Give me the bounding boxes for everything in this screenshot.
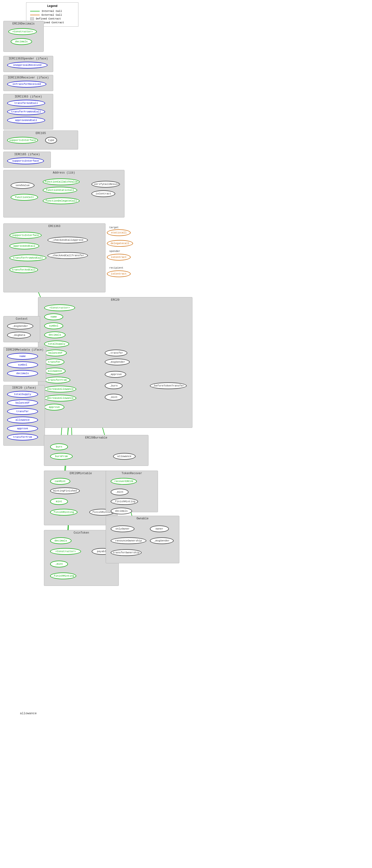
node-approveandcall-erc1363: approveAndCall — [9, 243, 39, 249]
node-transfer-erc20: transfer — [44, 359, 64, 365]
box-ierc1363: IERC1363 (iface) transferAndCall transfe… — [3, 94, 53, 129]
legend-title: Legend — [28, 4, 76, 8]
box-erc165-title: ERC165 — [4, 131, 78, 136]
box-erc20decimals: ERC20Decimals <Constructor> decimals — [3, 21, 44, 52]
node-decimals-erc20decimals: decimals — [11, 38, 32, 45]
node-finishminting-tokenrecover: _finishMinting — [111, 498, 138, 505]
box-erc20burnable: ERC20Burnable burn burnFrom allowance — [44, 435, 148, 466]
box-ownable: Ownable onlyOwner owner renounceOwnershi… — [106, 516, 179, 563]
node-staticcall: staticcall — [107, 229, 131, 236]
node-name-erc20: name — [44, 313, 63, 320]
node-approve-internal: _approve — [105, 371, 126, 378]
node-allowance-burnable: allowance — [113, 453, 136, 460]
legend-defined-rect — [30, 17, 34, 20]
node-supportsinterface-erc1363: supportsInterface — [9, 232, 41, 239]
node-burnfrom-burnable: burnFrom — [50, 453, 73, 460]
node-totalsupply-erc20: totalSupply — [44, 341, 69, 347]
legend-defined-label: Defined Contract — [36, 17, 61, 20]
box-context: Context _msgSender _msgData — [3, 316, 40, 342]
box-tokenrecover: TokenRecover recoverERC20 _mint _finishM… — [106, 471, 158, 512]
node-mint-tokenrecover: _mint — [111, 489, 129, 495]
node-balanceof-erc20: balanceOf — [44, 350, 67, 356]
box-ierc20: IERC20 (iface) totalSupply balanceOf tra… — [3, 385, 45, 446]
box-tokenrecover-title: TokenRecover — [106, 471, 158, 476]
node-transferfrom-ierc20: transferFrom — [7, 434, 38, 440]
node-sendvalue: sendValue — [11, 182, 34, 189]
label-allowance-detected: allowance — [20, 712, 37, 715]
node-name-metadata: name — [7, 353, 38, 360]
legend-internal-line — [30, 11, 40, 11]
node-onlyowner: onlyOwner — [111, 526, 134, 532]
node-type-erc165: type — [45, 137, 57, 144]
arrows-svg — [0, 0, 372, 868]
legend-internal-label: Internal Call — [41, 10, 62, 12]
node-constructor-cointoken: <Constructor> — [50, 548, 81, 555]
node-msgsender-ownable: _msgSender — [150, 537, 174, 544]
legend-defined-contract: Defined Contract — [28, 17, 76, 21]
node-iscontract-recipient: isContract — [107, 271, 131, 277]
box-ierc1363receiver: IERC1363Receiver (iface) onTransferRecei… — [3, 75, 53, 91]
box-ierc1363-title: IERC1363 (iface) — [4, 94, 53, 99]
node-allowance-erc20: allowance — [44, 368, 66, 374]
node-checkandcallapprove: _checkAndCallApprove — [47, 237, 88, 243]
node-onapprovalreceived: onApprovalReceived — [7, 62, 47, 68]
box-erc1363: ERC1363 supportsInterface approveAndCall… — [3, 223, 105, 292]
node-burn-burnable: burn — [50, 443, 68, 450]
box-erc20decimals-title: ERC20Decimals — [4, 21, 43, 26]
node-owner: owner — [150, 526, 169, 532]
node-mint-mintable: mint — [50, 498, 68, 505]
node-delegatecall: delegatecall — [107, 240, 133, 247]
node-supportsinterface-erc165: supportsInterface — [7, 137, 38, 144]
node-constructor-erc20: <Constructor> — [44, 305, 75, 311]
legend-external-line — [30, 15, 40, 15]
node-approveandcall-ierc1363: approveAndCall — [7, 117, 45, 124]
box-erc165: ERC165 supportsInterface type — [3, 130, 78, 150]
node-decimals-tokenrecover: decimals — [111, 508, 132, 514]
node-checkandcalltransfer: _checkAndCallTransfer — [47, 252, 88, 259]
node-approve-erc20: approve — [44, 404, 64, 410]
node-decimals-cointoken: decimals — [50, 537, 71, 544]
node-functiondelegatecall: functionDelegateCall — [43, 197, 79, 204]
node-transferandcall-ierc1363: transferAndCall — [7, 100, 45, 106]
node-msgsender-context: _msgSender — [7, 323, 33, 330]
box-ierc1363spender: IERC1363Spender (iface) onApprovalReceiv… — [3, 56, 53, 72]
node-functioncallwithvalue: functionCallWithValue — [43, 179, 79, 185]
box-erc1363-title: ERC1363 — [4, 224, 105, 229]
node-verifycallresult: _verifyCallResult — [92, 181, 120, 188]
node-approve-ierc20: approve — [7, 425, 38, 432]
node-functionstaticcall: functionStaticCall — [43, 187, 77, 193]
node-decreaseallowance-erc20: decreaseAllowance — [44, 395, 76, 401]
box-address-title: Address (lib) — [4, 170, 124, 176]
node-canmint: canMint — [50, 478, 70, 485]
node-msgdata-context: _msgData — [7, 332, 31, 338]
label-spender: spender — [109, 250, 120, 253]
box-ierc20metadata-title: IERC20Metadata (iface) — [4, 347, 46, 352]
node-finishminting-mintable: finishMinting — [50, 509, 77, 516]
node-symbol-erc20: symbol — [44, 322, 63, 329]
legend-external-label: External Call — [41, 13, 62, 17]
box-ierc20-title: IERC20 (iface) — [4, 385, 45, 391]
node-allowance-ierc20: allowance — [7, 417, 38, 423]
box-address: Address (lib) sendValue functionCallWith… — [3, 170, 125, 217]
node-symbol-metadata: symbol — [7, 362, 38, 368]
box-ownable-title: Ownable — [106, 516, 179, 521]
diagram-container: Legend Internal Call External Call Defin… — [0, 0, 372, 868]
box-ierc165-title: IERC165 (iface) — [4, 152, 50, 157]
box-erc20-title: ERC20 — [38, 297, 192, 303]
node-decimals-erc20: decimals — [44, 332, 66, 338]
node-transferfromandcall-ierc1363: transferFromAndCall — [7, 108, 45, 115]
label-target: target — [109, 226, 119, 229]
node-burn-internal: _burn — [105, 382, 123, 389]
legend-internal-call: Internal Call — [28, 9, 76, 13]
node-constructor-erc20decimals: <Constructor> — [8, 28, 37, 35]
node-beforetokentransfer: _beforeTokenTransfer — [150, 382, 187, 389]
label-recipient: recipient — [109, 266, 123, 270]
box-ierc20metadata: IERC20Metadata (iface) name symbol decim… — [3, 347, 46, 381]
node-transferfrom-erc20: transferFrom — [44, 377, 70, 383]
node-iscontract-address: isContract — [92, 190, 115, 197]
node-mint-internal: _mint — [105, 394, 123, 401]
box-erc20: ERC20 <Constructor> name symbol decimals… — [38, 297, 193, 428]
node-renounceownership: renounceOwnership — [111, 537, 146, 544]
node-iscontract-spender: isContract — [107, 254, 131, 260]
node-balanceof-ierc20: balanceOf — [7, 400, 38, 406]
